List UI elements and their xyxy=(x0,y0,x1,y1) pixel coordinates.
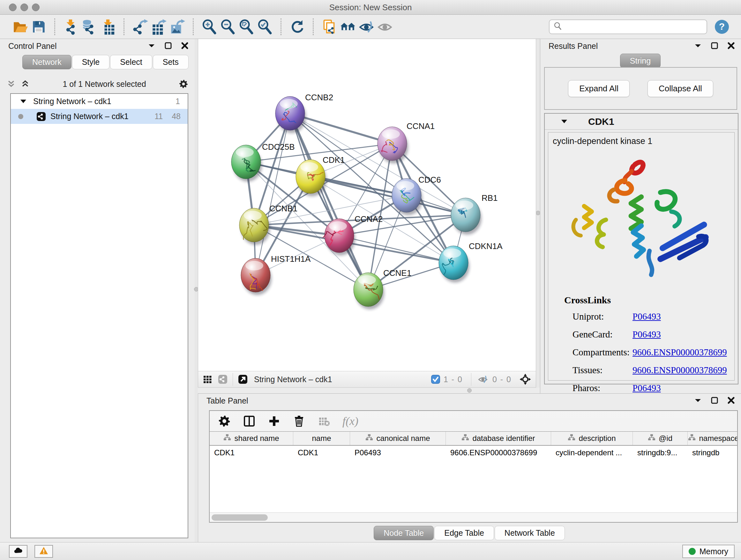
tab-select[interactable]: Select xyxy=(110,55,152,69)
expand-all-button[interactable]: Expand All xyxy=(568,80,630,97)
zoom-selected-button[interactable] xyxy=(256,17,274,36)
tab-network-table[interactable]: Network Table xyxy=(495,526,565,540)
horizontal-splitter-grip[interactable] xyxy=(467,388,472,393)
column-header-canonical-name[interactable]: canonical name xyxy=(350,432,446,445)
open-folder-button[interactable] xyxy=(11,17,29,36)
table-cell[interactable]: stringdb xyxy=(688,446,737,460)
panel-float-icon[interactable] xyxy=(711,42,719,52)
zoom-out-button[interactable] xyxy=(219,17,237,36)
network-node-CCNE1[interactable]: CCNE1 xyxy=(354,268,411,309)
tab-string[interactable]: String xyxy=(620,54,661,68)
table-row[interactable]: CDK1CDK1P064939606.ENSP00000378699cyclin… xyxy=(210,446,737,460)
table-cell[interactable]: stringdb:9... xyxy=(633,446,688,460)
hidden-items-icon[interactable] xyxy=(476,374,489,384)
crosslink-link[interactable]: 9606.ENSP00000378699 xyxy=(632,347,727,358)
table-cell[interactable]: P06493 xyxy=(350,446,446,460)
export-network-button[interactable] xyxy=(131,17,149,36)
collection-expand-icon[interactable] xyxy=(18,97,28,106)
column-header-name[interactable]: name xyxy=(293,432,350,445)
panel-float-icon[interactable] xyxy=(164,42,172,52)
panel-menu-icon[interactable] xyxy=(694,42,702,52)
panel-menu-icon[interactable] xyxy=(694,396,702,407)
search-input[interactable] xyxy=(565,22,703,32)
new-from-selection-button[interactable] xyxy=(320,17,339,36)
table-cell[interactable]: 9606.ENSP00000378699 xyxy=(446,446,551,460)
zoom-in-button[interactable] xyxy=(200,17,219,36)
zoom-fit-button[interactable] xyxy=(237,17,256,36)
detach-view-icon[interactable] xyxy=(238,374,248,384)
export-image-button[interactable] xyxy=(168,17,186,36)
hide-selected-button[interactable] xyxy=(357,17,376,36)
column-header-shared-name[interactable]: shared name xyxy=(210,432,293,445)
table-cell[interactable]: CDK1 xyxy=(293,446,350,460)
expand-all-networks-icon[interactable] xyxy=(20,79,30,89)
show-columns-icon[interactable] xyxy=(243,415,256,428)
crosslink-link[interactable]: P06493 xyxy=(632,329,661,340)
scrollbar-thumb[interactable] xyxy=(212,514,268,521)
refresh-button[interactable] xyxy=(288,17,307,36)
column-header-namespace[interactable]: namespace xyxy=(688,432,737,445)
crosslink-link[interactable]: P06493 xyxy=(632,383,661,393)
tab-node-table[interactable]: Node Table xyxy=(374,526,434,540)
import-database-button[interactable] xyxy=(80,17,98,36)
network-view-toolbar: String Network – cdk1 1 - 0 0 - 0 xyxy=(198,371,536,388)
table-horizontal-scrollbar[interactable] xyxy=(210,512,737,522)
collapse-all-button[interactable]: Collapse All xyxy=(648,80,713,97)
window-title: Session: New Session xyxy=(0,0,741,15)
crosslink-link[interactable]: 9606.ENSP00000378699 xyxy=(632,365,727,375)
warnings-button[interactable] xyxy=(35,545,53,558)
crosslink-link[interactable]: P06493 xyxy=(632,311,661,322)
network-options-gear-icon[interactable] xyxy=(179,79,188,89)
results-panel: Results Panel String Expand All Collapse… xyxy=(540,39,741,393)
network-node-CDKN1A[interactable]: CDKN1A xyxy=(439,241,502,283)
tab-edge-table[interactable]: Edge Table xyxy=(434,526,494,540)
import-table-button[interactable] xyxy=(98,17,117,36)
node-table[interactable]: shared namenamecanonical namedatabase id… xyxy=(210,431,737,512)
column-header--id[interactable]: @id xyxy=(633,432,688,445)
tab-network[interactable]: Network xyxy=(22,55,71,69)
network-view-type-icon[interactable] xyxy=(218,374,227,384)
add-column-icon[interactable] xyxy=(268,415,280,428)
table-cell[interactable]: cyclin-dependent ... xyxy=(551,446,633,460)
first-neighbors-button[interactable] xyxy=(339,17,357,36)
network-row[interactable]: String Network – cdk1 11 48 xyxy=(11,109,188,124)
panel-close-icon[interactable] xyxy=(181,42,189,52)
help-button[interactable]: ? xyxy=(714,19,730,35)
node-table-container: f(x) shared namenamecanonical namedataba… xyxy=(209,410,738,523)
column-header-database-identifier[interactable]: database identifier xyxy=(446,432,551,445)
table-cell[interactable]: CDK1 xyxy=(210,446,293,460)
selected-checkbox[interactable] xyxy=(431,374,441,384)
panel-float-icon[interactable] xyxy=(711,396,719,407)
import-network-button[interactable] xyxy=(62,17,80,36)
save-button[interactable] xyxy=(29,17,48,36)
protein-card-header[interactable]: CDK1 xyxy=(545,114,738,130)
panel-close-icon[interactable] xyxy=(727,42,735,52)
network-graph[interactable]: CCNB2 CCNA1 CDC25B CDK1 CDC6 RB1 CCNB1 C… xyxy=(198,39,536,371)
cloud-status-button[interactable] xyxy=(9,545,27,558)
network-collection-row[interactable]: String Network – cdk1 1 xyxy=(11,94,188,109)
panel-menu-icon[interactable] xyxy=(147,42,156,52)
panel-close-icon[interactable] xyxy=(727,396,735,407)
network-node-CCNB1[interactable]: CCNB1 xyxy=(239,204,297,245)
node-label-CCNA1: CCNA1 xyxy=(407,121,434,131)
birds-eye-view-icon[interactable] xyxy=(519,373,531,385)
protein-expand-icon[interactable] xyxy=(559,117,569,126)
node-label-CDK1: CDK1 xyxy=(323,155,345,165)
network-node-CDC6[interactable]: CDC6 xyxy=(392,175,441,215)
network-canvas[interactable]: CCNB2 CCNA1 CDC25B CDK1 CDC6 RB1 CCNB1 C… xyxy=(198,39,536,371)
table-options-gear-icon[interactable] xyxy=(218,415,231,428)
tab-style[interactable]: Style xyxy=(72,55,110,69)
network-node-HIST1H1A[interactable]: HIST1H1A xyxy=(241,254,311,295)
network-node-RB1[interactable]: RB1 xyxy=(451,193,498,235)
tab-sets[interactable]: Sets xyxy=(153,55,189,69)
export-table-button[interactable] xyxy=(149,17,168,36)
show-all-button xyxy=(376,17,394,36)
memory-button[interactable]: Memory xyxy=(682,545,735,558)
search-box[interactable] xyxy=(549,19,707,34)
right-splitter[interactable] xyxy=(536,39,540,393)
collapse-all-networks-icon[interactable] xyxy=(6,79,16,89)
column-header-description[interactable]: description xyxy=(551,432,633,445)
grid-view-icon[interactable] xyxy=(203,374,212,384)
right-splitter-grip[interactable] xyxy=(536,211,540,215)
delete-column-icon[interactable] xyxy=(293,415,306,428)
